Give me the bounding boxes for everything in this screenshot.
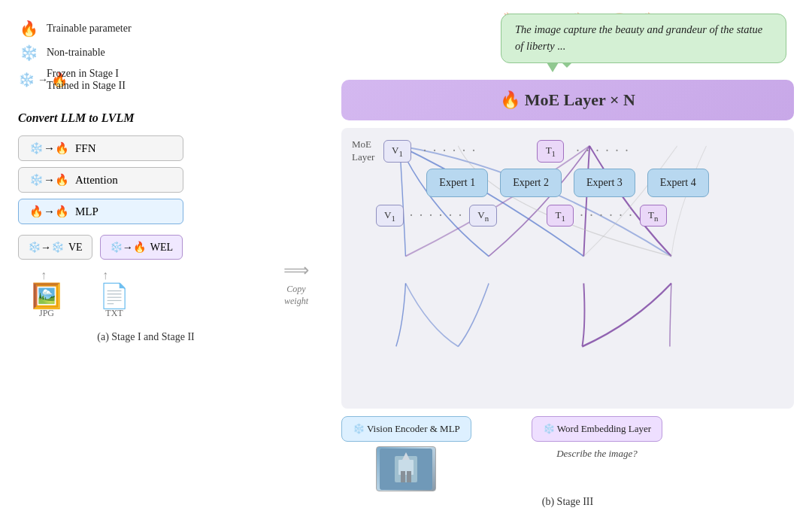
up-arrows: ↑ ↑ — [32, 269, 274, 282]
jpg-file-icon: 🖼️ JPG — [32, 284, 62, 319]
token-vn-bottom: Vn — [469, 205, 497, 227]
wel-label: WEL — [150, 242, 173, 254]
jpg-up-arrow: ↑ — [32, 269, 56, 282]
ve-module: ❄️→❄️ VE — [18, 235, 92, 260]
speech-text: The image capture the beauty and grandeu… — [515, 23, 762, 52]
attention-label: Attention — [75, 174, 118, 187]
dots-bottom-t: · · · · · · — [580, 208, 634, 224]
ve-label: VE — [68, 242, 83, 254]
token-v1-top: V1 — [383, 140, 411, 163]
vision-encoder-block: ❄️ Vision Encoder & MLP — [341, 416, 471, 491]
dots-top-left: · · · · · · — [423, 143, 477, 159]
ffn-label: FFN — [75, 142, 96, 155]
bottom-modules: ❄️→❄️ VE ❄️→🔥 WEL — [18, 235, 274, 260]
dots-top-right: · · · · · · — [576, 143, 630, 159]
bottom-encoder-row: ❄️ Vision Encoder & MLP — [341, 416, 794, 491]
legend-frozen-trained: ❄️→🔥 Frozen in Stage I Trained in Stage … — [18, 68, 274, 92]
copy-text-line2: weight — [284, 296, 308, 306]
moe-layer-bar: 🔥 MoE Layer × N — [341, 80, 794, 120]
expert-1: Expert 1 — [426, 169, 488, 197]
image-svg — [380, 449, 432, 490]
diagram-area: MoELayer — [341, 128, 794, 409]
copy-weight-label: Copy weight — [284, 284, 308, 307]
txt-up-arrow: ↑ — [93, 269, 117, 282]
wel-module: ❄️→🔥 WEL — [100, 235, 183, 260]
stage-label-a: (a) Stage I and Stage II — [18, 331, 274, 343]
svg-rect-4 — [401, 471, 405, 482]
frozen-trained-label: Frozen in Stage I Trained in Stage II — [47, 68, 126, 92]
wel-icon: ❄️→🔥 — [110, 241, 146, 254]
ve-icon: ❄️→❄️ — [28, 241, 64, 254]
ffn-module: ❄️→🔥 FFN — [18, 135, 183, 161]
expert-2: Expert 2 — [500, 169, 562, 197]
legend-non-trainable: ❄️ Non-trainable — [18, 44, 274, 62]
vision-encoder-label: ❄️ Vision Encoder & MLP — [341, 416, 471, 442]
ffn-icon: ❄️→🔥 — [29, 141, 69, 155]
token-v1-bottom: V1 — [376, 205, 404, 227]
svg-rect-5 — [407, 471, 411, 482]
mlp-module: 🔥→🔥 MLP — [18, 199, 183, 224]
legend: 🔥 Trainable parameter ❄️ Non-trainable ❄… — [18, 20, 274, 92]
bubble-tail — [547, 62, 559, 72]
copy-arrow-icon: ⟹ — [283, 260, 309, 281]
jpg-icon: 🖼️ — [32, 284, 62, 308]
word-embedding-block: ❄️ Word Embedding Layer Describe the ima… — [532, 416, 662, 460]
expert-3: Expert 3 — [574, 169, 635, 197]
token-tn-bottom: Tn — [640, 205, 667, 227]
mlp-label: MLP — [75, 205, 98, 218]
trainable-label: Trainable parameter — [47, 23, 132, 35]
right-panel: 🦙🎓🦙🎨🦙💻 The image capture the beauty and … — [319, 14, 794, 508]
bottom-token-row: V1 · · · · · · Vn T1 · · · · · · Tn — [353, 205, 782, 227]
txt-label: TXT — [105, 308, 123, 319]
copy-text-line1: Copy — [286, 284, 305, 294]
legend-trainable: 🔥 Trainable parameter — [18, 20, 274, 38]
token-t1-bottom: T1 — [547, 205, 574, 227]
module-boxes: ❄️→🔥 FFN ❄️→🔥 Attention 🔥→🔥 MLP — [18, 135, 274, 224]
moe-layer-text: 🔥 MoE Layer × N — [500, 90, 635, 110]
top-token-row: V1 · · · · · · T1 · · · · · · — [353, 140, 782, 163]
experts-row: Expert 1 Expert 2 Expert 3 Expert 4 — [353, 169, 782, 197]
txt-icon: 📄 — [99, 284, 129, 308]
convert-title: Convert LLM to LVLM — [18, 111, 274, 125]
expert-4: Expert 4 — [647, 169, 709, 197]
attention-icon: ❄️→🔥 — [29, 173, 69, 187]
word-embedding-label: ❄️ Word Embedding Layer — [532, 416, 662, 442]
file-icons: 🖼️ JPG 📄 TXT — [32, 284, 274, 319]
dots-bottom-v: · · · · · · — [410, 208, 464, 224]
mlp-icon: 🔥→🔥 — [29, 205, 69, 218]
jpg-label: JPG — [39, 308, 54, 319]
copy-weight-area: ⟹ Copy weight — [274, 14, 319, 508]
txt-file-icon: 📄 TXT — [99, 284, 129, 319]
token-t1-top: T1 — [537, 140, 564, 163]
attention-module: ❄️→🔥 Attention — [18, 167, 183, 193]
non-trainable-label: Non-trainable — [47, 47, 105, 59]
describe-text: Describe the image? — [556, 448, 638, 460]
main-container: 🔥 Trainable parameter ❄️ Non-trainable ❄… — [0, 0, 812, 520]
frozen-trained-icon: ❄️→🔥 — [18, 71, 39, 88]
left-panel: 🔥 Trainable parameter ❄️ Non-trainable ❄… — [18, 14, 274, 508]
speech-bubble: The image capture the beauty and grandeu… — [501, 14, 786, 63]
image-thumbnail — [376, 446, 436, 491]
snowflake-icon: ❄️ — [18, 44, 39, 62]
stage-label-b: (b) Stage III — [341, 496, 794, 508]
fire-icon: 🔥 — [18, 20, 39, 38]
